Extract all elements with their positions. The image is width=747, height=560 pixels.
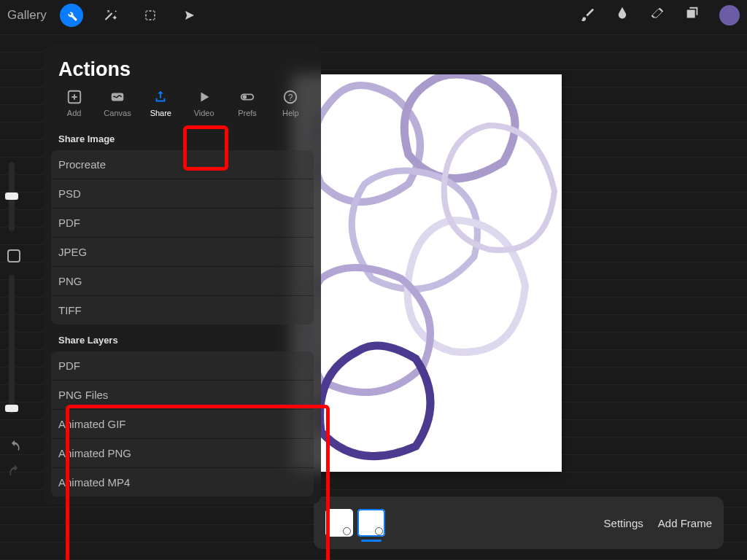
undo-redo-group bbox=[7, 439, 22, 489]
opacity-thumb[interactable] bbox=[5, 405, 18, 412]
share-image-section-label: Share Image bbox=[44, 123, 321, 150]
wand-tool-button[interactable] bbox=[99, 4, 123, 27]
tab-share-label: Share bbox=[150, 109, 171, 117]
animation-frame-thumb[interactable] bbox=[357, 509, 385, 537]
share-icon bbox=[152, 89, 169, 105]
arrow-icon bbox=[183, 9, 196, 22]
share-layers-animated-png-option[interactable]: Animated PNG bbox=[51, 439, 314, 468]
opacity-slider[interactable] bbox=[9, 275, 15, 413]
left-tool-group bbox=[60, 4, 201, 27]
wrench-icon bbox=[65, 9, 78, 22]
eraser-tool-button[interactable] bbox=[649, 6, 665, 25]
eraser-icon bbox=[649, 6, 665, 22]
actions-title: Actions bbox=[44, 45, 321, 88]
share-layers-animated-gif-option[interactable]: Animated GIF bbox=[51, 410, 314, 439]
animation-settings-button[interactable]: Settings bbox=[604, 517, 643, 529]
canvas-icon bbox=[109, 89, 125, 105]
gallery-link[interactable]: Gallery bbox=[7, 8, 47, 23]
artwork-content bbox=[292, 74, 562, 472]
brush-icon bbox=[579, 6, 595, 22]
share-procreate-option[interactable]: Procreate bbox=[51, 150, 314, 179]
color-swatch-button[interactable] bbox=[719, 5, 740, 26]
selection-icon bbox=[144, 9, 157, 22]
layers-icon bbox=[684, 6, 700, 22]
share-layers-section-label: Share Layers bbox=[44, 324, 321, 351]
actions-panel: Actions Add Canvas Share Video Prefs ? H… bbox=[44, 45, 321, 504]
tab-help[interactable]: ? Help bbox=[272, 88, 309, 117]
share-jpeg-option[interactable]: JPEG bbox=[51, 238, 314, 267]
svg-point-3 bbox=[243, 95, 247, 99]
tab-canvas[interactable]: Canvas bbox=[99, 88, 136, 117]
transform-tool-button[interactable] bbox=[178, 4, 201, 27]
animation-frame-thumb[interactable] bbox=[325, 509, 353, 537]
undo-icon[interactable] bbox=[7, 439, 22, 454]
right-tool-group bbox=[579, 5, 740, 26]
modify-square-button[interactable] bbox=[7, 249, 20, 262]
share-pdf-option[interactable]: PDF bbox=[51, 209, 314, 238]
share-png-option[interactable]: PNG bbox=[51, 267, 314, 296]
share-image-list: Procreate PSD PDF JPEG PNG TIFF bbox=[51, 150, 314, 324]
toggle-icon bbox=[239, 89, 255, 105]
redo-icon[interactable] bbox=[7, 464, 22, 478]
tab-share[interactable]: Share bbox=[142, 88, 179, 117]
share-layers-list: PDF PNG Files Animated GIF Animated PNG … bbox=[51, 351, 314, 497]
play-icon bbox=[196, 89, 212, 105]
share-layers-pdf-option[interactable]: PDF bbox=[51, 351, 314, 381]
brush-size-thumb[interactable] bbox=[5, 192, 18, 200]
tab-prefs[interactable]: Prefs bbox=[229, 88, 266, 117]
selection-tool-button[interactable] bbox=[139, 4, 162, 27]
tab-video[interactable]: Video bbox=[186, 88, 222, 117]
share-layers-animated-mp4-option[interactable]: Animated MP4 bbox=[51, 468, 314, 497]
tab-prefs-label: Prefs bbox=[238, 109, 257, 117]
tab-video-label: Video bbox=[194, 109, 214, 117]
add-icon bbox=[66, 89, 82, 105]
animation-add-frame-button[interactable]: Add Frame bbox=[658, 517, 712, 529]
layers-button[interactable] bbox=[684, 6, 700, 25]
share-layers-png-files-option[interactable]: PNG Files bbox=[51, 381, 314, 410]
tab-canvas-label: Canvas bbox=[104, 109, 131, 117]
canvas-document[interactable] bbox=[292, 74, 562, 472]
share-tiff-option[interactable]: TIFF bbox=[51, 296, 314, 324]
svg-text:?: ? bbox=[288, 93, 293, 103]
brush-tool-button[interactable] bbox=[579, 6, 595, 25]
tab-add[interactable]: Add bbox=[56, 88, 93, 117]
smudge-icon bbox=[614, 6, 630, 22]
top-toolbar: Gallery bbox=[0, 0, 747, 31]
wrench-tool-button[interactable] bbox=[60, 4, 83, 27]
animation-bar: Settings Add Frame bbox=[314, 497, 724, 549]
smudge-tool-button[interactable] bbox=[614, 6, 630, 25]
wand-icon bbox=[104, 9, 117, 22]
share-psd-option[interactable]: PSD bbox=[51, 179, 314, 209]
brush-size-slider[interactable] bbox=[9, 162, 15, 231]
tab-add-label: Add bbox=[67, 109, 82, 117]
actions-tab-row: Add Canvas Share Video Prefs ? Help bbox=[44, 88, 321, 123]
help-icon: ? bbox=[282, 89, 298, 105]
tab-help-label: Help bbox=[282, 109, 299, 117]
